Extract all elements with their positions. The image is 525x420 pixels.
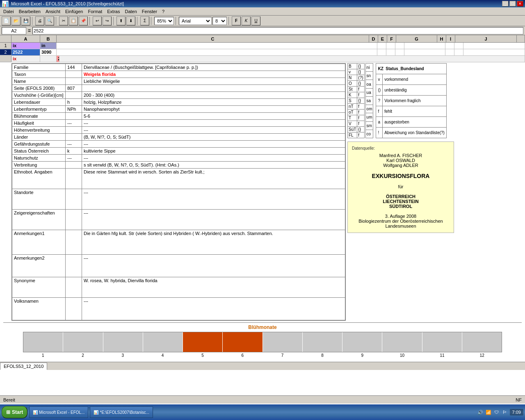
bold-button[interactable]: F (232, 16, 241, 25)
formula-bar-input[interactable] (32, 27, 523, 34)
maximize-button[interactable]: □ (509, 1, 516, 7)
save-button[interactable]: 💾 (21, 16, 30, 25)
menu-help[interactable]: ? (160, 8, 167, 15)
cell-I2[interactable] (454, 49, 463, 55)
scrollbar-col[interactable] (517, 35, 525, 42)
minimize-button[interactable]: _ (502, 1, 509, 7)
value-lebensdauer: holzig, Holzpflanze (82, 99, 345, 106)
paste-button[interactable]: 📌 (79, 16, 88, 25)
cell-I1[interactable] (454, 43, 463, 49)
cell-A3-ix[interactable]: ix (11, 56, 40, 62)
cell-D1[interactable] (377, 43, 386, 49)
cell-rest-3[interactable] (59, 56, 525, 62)
cell-A1[interactable]: ix (11, 43, 40, 49)
cell-G1[interactable] (404, 43, 445, 49)
col-header-A[interactable]: A (11, 35, 40, 42)
italic-button[interactable]: K (242, 16, 251, 25)
taskbar-excel-1[interactable]: 📊 Microsoft Excel - EFOL... (29, 406, 88, 418)
copy-button[interactable]: 📋 (69, 16, 78, 25)
menubar: Datei Bearbeiten Ansicht Einfügen Format… (0, 7, 525, 16)
menu-ansicht[interactable]: Ansicht (43, 8, 63, 15)
value-anm1: Die in Gärten hfg kult. Str (viele Sorte… (82, 230, 345, 255)
col-header-J[interactable]: J (455, 35, 517, 42)
menu-extras[interactable]: Extras (105, 8, 122, 15)
col-header-E[interactable]: E (378, 35, 387, 42)
publisher: Biologiezentrum der Oberösterreichischen… (352, 219, 450, 228)
clock: 7:09 (510, 409, 523, 415)
code-lebensdauer: h (66, 99, 82, 106)
value-zeiger: --- (82, 210, 345, 230)
value-synonyme: W. rosea, W. hybrida, Diervilla florida (82, 277, 345, 298)
value-seite (82, 85, 345, 92)
cell-E1[interactable] (386, 43, 395, 49)
print-button[interactable]: 🖨 (35, 16, 44, 25)
col-header-B[interactable]: B (40, 35, 57, 42)
cell-C1[interactable] (57, 43, 377, 49)
sort-asc-button[interactable]: ⬆ (116, 16, 126, 25)
cell-A2[interactable]: 2522 (11, 49, 40, 55)
code-lebenformentyp: NPh (66, 106, 82, 113)
sort-desc-button[interactable]: ⬇ (126, 16, 135, 25)
undo-button[interactable]: ↩ (93, 16, 102, 25)
start-button[interactable]: ⊞ Start (2, 406, 27, 418)
menu-datei[interactable]: Datei (1, 8, 16, 15)
month-label-8: 8 (302, 353, 342, 358)
menu-einfügen[interactable]: Einfügen (63, 8, 85, 15)
sum-button[interactable]: Σ (140, 16, 149, 25)
label-familie: Familie (12, 64, 66, 71)
label-länder: Länder (12, 134, 66, 141)
column-headers: A B C D E F G H I J (0, 35, 525, 43)
cell-E2[interactable] (386, 49, 395, 55)
menu-fenster[interactable]: Fenster (139, 8, 160, 15)
cell-B3-spacer[interactable] (40, 56, 57, 62)
month-label-1: 1 (23, 353, 63, 358)
cell-H1[interactable] (445, 43, 454, 49)
preview-button[interactable]: 🔍 (45, 16, 54, 25)
cell-J1[interactable] (463, 43, 525, 49)
cell-C2[interactable] (57, 49, 377, 55)
close-button[interactable]: ✕ (517, 1, 523, 7)
col-header-G[interactable]: G (396, 35, 437, 42)
cut-button[interactable]: ✂ (59, 16, 68, 25)
col-header-H[interactable]: H (437, 35, 446, 42)
zoom-combo[interactable]: 85% (154, 17, 174, 25)
num-taxon (66, 71, 82, 78)
cell-H2[interactable] (445, 49, 454, 55)
menu-daten[interactable]: Daten (122, 8, 139, 15)
underline-button[interactable]: U (251, 16, 260, 25)
redo-button[interactable]: ↪ (103, 16, 112, 25)
open-button[interactable]: 📂 (11, 16, 21, 25)
label-name: Name (12, 78, 66, 85)
col-header-F[interactable]: F (387, 35, 396, 42)
taskbar-excel-2[interactable]: 📊 *E:\EFOLS2007\Botanisc... (90, 406, 153, 418)
font-combo[interactable]: Arial (179, 17, 212, 25)
cell-G2[interactable] (404, 49, 445, 55)
code-anm2 (66, 255, 82, 277)
col-header-D[interactable]: D (369, 35, 378, 42)
new-button[interactable]: 📄 (2, 16, 11, 25)
cell-reference[interactable] (2, 27, 26, 34)
label-blühmonate: Blühmonate (12, 113, 66, 120)
menu-format[interactable]: Format (85, 8, 105, 15)
menu-bearbeiten[interactable]: Bearbeiten (16, 8, 43, 15)
value-verbreitung: s slt verwld (B, W, N?, O, S; SüdT). (Hm… (82, 162, 345, 169)
cell-F2[interactable] (395, 49, 404, 55)
fontsize-combo[interactable]: 8 (212, 17, 227, 25)
sheet-tab-active[interactable]: EFOLS53_12_2010 (0, 363, 47, 370)
cell-D2[interactable] (377, 49, 386, 55)
label-häufigkeit: Häufigkeit (12, 120, 66, 127)
cell-B2[interactable]: 3090 (40, 49, 57, 55)
col-header-C[interactable]: C (57, 35, 369, 42)
bar-4 (143, 332, 183, 352)
table-row-anm2: Anmerkungen2 --- (12, 255, 345, 277)
cell-F1[interactable] (395, 43, 404, 49)
table-row-verbreitung: Verbreitung s slt verwld (B, W, N?, O, S… (12, 162, 345, 169)
bar-6 (223, 332, 262, 352)
cell-A3-val[interactable]: 2522 (57, 56, 59, 62)
col-header-I[interactable]: I (446, 35, 455, 42)
plant-data-table[interactable]: Familie 144 Diervillaceae / (Buschgeißbl… (11, 63, 346, 321)
cell-B1[interactable]: in (40, 43, 57, 49)
month-label-5: 5 (183, 353, 222, 358)
cell-J2[interactable] (463, 49, 525, 55)
month-label-10: 10 (382, 353, 422, 358)
